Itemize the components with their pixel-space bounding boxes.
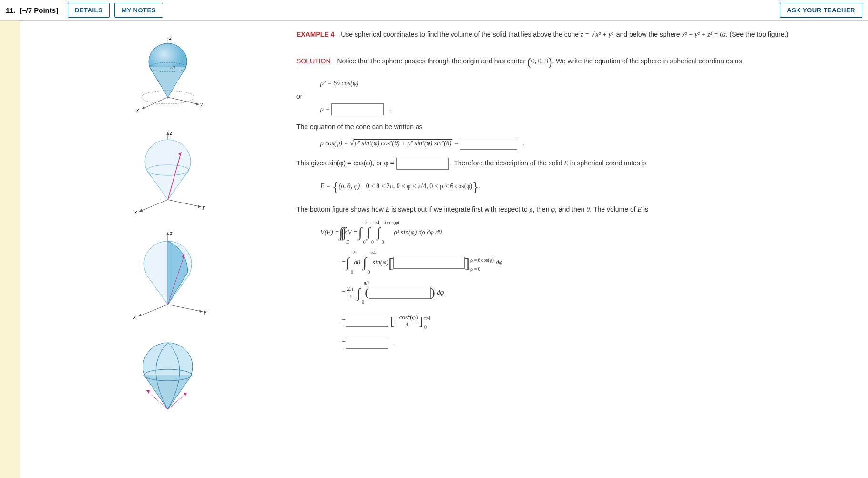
figure-theta-vary (125, 333, 211, 428)
svg-text:x: x (136, 108, 139, 113)
highlight-margin (0, 21, 20, 478)
example-statement: EXAMPLE 4 Use spherical coordinates to f… (296, 28, 858, 41)
svg-line-5 (168, 97, 199, 104)
cone-eq-text: The equation of the cone can be written … (296, 121, 858, 133)
svg-text:z: z (169, 35, 172, 41)
svg-text:y: y (204, 309, 207, 315)
answer-rho[interactable] (331, 103, 384, 115)
figures-column: z y x π/4 z y (20, 28, 292, 478)
answer-inner-integral[interactable] (393, 257, 465, 269)
phi-solve-line: This gives sin(φ) = cos(φ), or φ = . The… (296, 157, 858, 170)
svg-marker-13 (166, 132, 169, 135)
sweep-text: The bottom figure shows how E is swept o… (296, 203, 858, 216)
eq-rho-squared: ρ² = 6ρ cos(φ) (320, 77, 858, 90)
svg-marker-42 (184, 393, 187, 396)
rho-equals-line: ρ = . (320, 102, 858, 116)
svg-marker-20 (198, 205, 201, 208)
answer-after-rho[interactable] (369, 287, 431, 299)
svg-marker-23 (139, 209, 143, 212)
volume-line-4: = [ −cos⁴(φ)4 ] π/40 (342, 309, 858, 333)
set-description: E = {(ρ, θ, φ) 0 ≤ θ ≤ 2π, 0 ≤ φ ≤ π/4, … (320, 174, 858, 199)
svg-marker-26 (166, 232, 169, 235)
solution-text: EXAMPLE 4 Use spherical coordinates to f… (292, 28, 868, 478)
my-notes-button[interactable]: MY NOTES (114, 3, 163, 18)
answer-cone-simplify[interactable] (460, 138, 517, 150)
volume-line-3: = 2π3 ∫π/40 ( ) dφ (342, 280, 858, 305)
content-area: z y x π/4 z y (0, 21, 868, 478)
example-label: EXAMPLE 4 (296, 31, 334, 38)
answer-coefficient[interactable] (346, 315, 388, 327)
answer-phi[interactable] (396, 158, 449, 170)
volume-line-2: = ∫2π0 dθ ∫π/40 sin(φ) [ ] ρ = 6 cos(φ)ρ… (342, 249, 858, 276)
figure-rho-vary: z y x (125, 128, 211, 224)
svg-text:z: z (169, 231, 173, 236)
ask-teacher-button[interactable]: ASK YOUR TEACHER (780, 3, 862, 18)
svg-line-19 (168, 200, 201, 207)
svg-line-8 (142, 97, 168, 109)
cone-equation-line: ρ cos(φ) = ρ² sin²(φ) cos²(θ) + ρ² sin²(… (320, 137, 858, 150)
question-header: 11. [–/7 Points] DETAILS MY NOTES ASK YO… (0, 0, 868, 21)
solution-intro: SOLUTION Notice that the sphere passes t… (296, 50, 858, 73)
volume-line-1: V(E) = ∫∫∫E dV = ∫2π0 ∫π/40 ∫6 cos(φ)0 ρ… (320, 220, 858, 245)
svg-line-34 (138, 305, 168, 316)
svg-line-22 (139, 200, 168, 212)
svg-text:x: x (134, 210, 137, 215)
volume-line-5: = . (342, 336, 858, 349)
svg-text:z: z (169, 131, 173, 136)
figure-phi-vary: z y x (125, 228, 211, 328)
svg-marker-32 (199, 310, 203, 313)
or-label: or (296, 90, 858, 103)
svg-text:y: y (200, 102, 203, 107)
svg-marker-6 (196, 102, 199, 105)
svg-text:y: y (202, 204, 205, 210)
svg-line-31 (168, 305, 203, 312)
svg-marker-9 (142, 106, 145, 109)
svg-marker-35 (138, 314, 142, 316)
svg-text:x: x (133, 315, 136, 320)
question-number: 11. [–/7 Points] (6, 6, 58, 14)
details-button[interactable]: DETAILS (68, 3, 110, 18)
answer-final[interactable] (346, 337, 388, 349)
figure-cone-sphere: z y x π/4 (125, 33, 211, 123)
solution-label: SOLUTION (296, 57, 331, 65)
svg-text:π/4: π/4 (170, 65, 176, 70)
